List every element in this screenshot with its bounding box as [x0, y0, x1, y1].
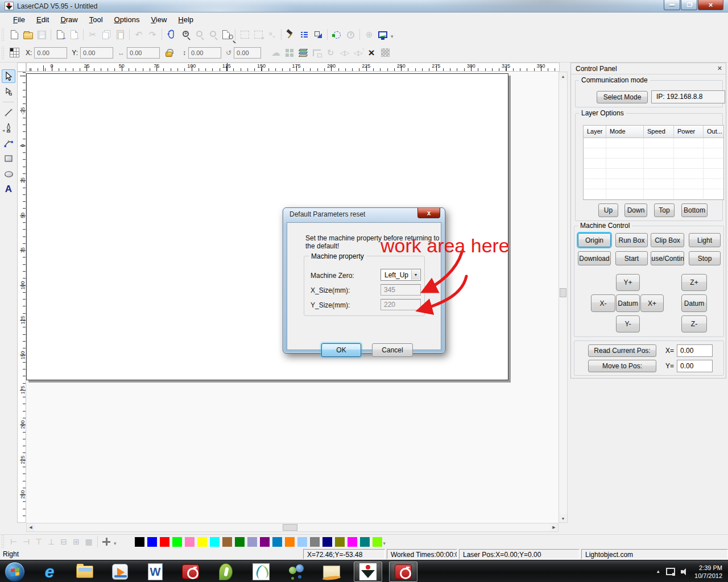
taskbar-messenger-icon[interactable]	[282, 562, 311, 582]
open-file-icon[interactable]	[21, 28, 35, 41]
dither-pattern-icon[interactable]	[378, 46, 392, 60]
start-button[interactable]: Start	[615, 251, 648, 265]
color-swatch[interactable]	[135, 537, 144, 547]
center-vertical-icon[interactable]: ⊞	[70, 536, 82, 547]
color-swatch[interactable]	[285, 537, 295, 547]
rotate-input[interactable]	[234, 47, 261, 59]
jog-z-plus-button[interactable]: Z+	[681, 274, 707, 291]
x-coord-input[interactable]	[34, 47, 67, 59]
taskbar-ie-icon[interactable]: e	[35, 562, 64, 582]
color-swatch[interactable]	[172, 537, 182, 547]
taskbar-camera-active-icon[interactable]	[389, 562, 417, 582]
taskbar-mail-icon[interactable]	[317, 562, 346, 582]
width-input[interactable]	[127, 47, 160, 59]
color-swatch[interactable]	[197, 537, 207, 547]
swap-order-icon[interactable]: ×	[365, 46, 378, 60]
text-tool[interactable]: A	[2, 182, 15, 196]
menu-draw[interactable]: Draw	[55, 14, 82, 26]
datum-z-button[interactable]: Datum	[681, 294, 707, 312]
layer-column-header[interactable]: Out...	[704, 126, 723, 138]
layers-icon[interactable]	[296, 46, 310, 60]
pick-tool-icon[interactable]	[284, 28, 297, 41]
restore-button[interactable]	[681, 0, 697, 10]
combo-dropdown-icon[interactable]: ▼	[411, 270, 420, 280]
jog-y-minus-button[interactable]: Y-	[616, 315, 640, 332]
rotate-time-icon[interactable]	[344, 28, 357, 41]
toolbar-overflow-icon[interactable]: ▾	[391, 34, 394, 39]
height-input[interactable]	[188, 47, 221, 59]
dialog-close-icon[interactable]: x	[417, 208, 440, 218]
speaker-icon[interactable]	[681, 568, 689, 576]
layer-table-row[interactable]	[584, 189, 723, 199]
layer-table-row[interactable]	[584, 179, 723, 189]
menu-help[interactable]: Help	[173, 14, 198, 26]
scroll-right-icon[interactable]: ▶	[550, 523, 558, 531]
ellipse-tool[interactable]	[2, 167, 15, 181]
download-button[interactable]: Download	[578, 251, 611, 265]
free-rotate-icon[interactable]: ↻	[324, 46, 337, 60]
save-file-icon[interactable]	[35, 28, 48, 41]
layer-table-row[interactable]	[584, 148, 723, 159]
color-swatch[interactable]	[160, 537, 169, 547]
minimize-button[interactable]	[664, 0, 680, 10]
rectangle-tool[interactable]	[2, 152, 15, 165]
color-swatch[interactable]	[147, 537, 157, 547]
corner-select-icon[interactable]	[310, 46, 324, 60]
datum-xy-button[interactable]: Datum	[616, 294, 640, 312]
mirror-horizontal-icon[interactable]: ◁▷	[337, 46, 351, 60]
v-scroll-thumb[interactable]	[560, 288, 566, 297]
align-top-icon[interactable]: ⊤	[32, 536, 45, 547]
redo-icon[interactable]: ↷	[146, 28, 159, 41]
jog-x-minus-button[interactable]: X-	[591, 294, 615, 312]
layer-column-header[interactable]: Mode	[606, 126, 644, 138]
menu-tool[interactable]: Tool	[84, 14, 108, 26]
toolbar-grip[interactable]	[2, 28, 5, 41]
layer-column-header[interactable]: Layer	[584, 126, 606, 138]
taskbar-explorer-icon[interactable]	[71, 562, 99, 582]
align-left-icon[interactable]: ⊢	[7, 536, 20, 547]
select-tool[interactable]	[2, 69, 15, 83]
align-grid-icon[interactable]: ▦	[82, 536, 95, 547]
vertical-scrollbar[interactable]: ▲ ▼	[559, 72, 568, 523]
color-swatch[interactable]	[310, 537, 320, 547]
color-swatch[interactable]	[360, 537, 370, 547]
layer-table-row[interactable]	[584, 159, 723, 169]
jog-z-minus-button[interactable]: Z-	[681, 315, 707, 332]
undo-icon[interactable]: ↶	[132, 28, 146, 41]
stop-button[interactable]: Stop	[689, 251, 721, 265]
color-swatch[interactable]	[260, 537, 270, 547]
cut-icon[interactable]: ✂	[86, 28, 100, 41]
center-horizontal-icon[interactable]: ⊟	[57, 536, 70, 547]
color-swatch[interactable]	[335, 537, 345, 547]
select-mode-button[interactable]: Select Mode	[597, 91, 648, 103]
layer-table-row[interactable]	[584, 138, 723, 148]
taskbar-media-player-icon[interactable]	[106, 562, 134, 582]
layer-down-button[interactable]: Down	[624, 203, 647, 217]
ok-button[interactable]: OK	[321, 343, 361, 357]
zoom-in-icon[interactable]: +	[178, 28, 192, 41]
line-tool[interactable]	[2, 106, 15, 119]
pan-hand-icon[interactable]	[164, 28, 178, 41]
h-scroll-thumb[interactable]	[283, 524, 297, 531]
start-button[interactable]	[5, 562, 25, 582]
delete-node-icon[interactable]: ××	[265, 28, 279, 41]
taskbar-word-icon[interactable]: W	[141, 562, 169, 582]
layer-up-button[interactable]: Up	[598, 203, 618, 217]
x-size-input[interactable]	[380, 284, 421, 296]
toolbar-grip2[interactable]	[2, 47, 5, 59]
jog-y-plus-button[interactable]: Y+	[616, 274, 640, 291]
collapse-tools-icon[interactable]: ◂	[2, 128, 5, 133]
add-node-icon[interactable]: ×	[251, 28, 265, 41]
menu-options[interactable]: Options	[109, 14, 145, 26]
mirror-vertical-icon[interactable]: ◁▷↑	[351, 46, 365, 60]
y-size-input[interactable]	[380, 299, 421, 310]
clip-box-button[interactable]: Clip Box	[651, 233, 684, 247]
x-position-input[interactable]	[677, 344, 713, 357]
jog-x-plus-button[interactable]: X+	[640, 294, 664, 312]
zoom-extents-icon[interactable]	[205, 28, 219, 41]
origin-button[interactable]: Origin	[578, 233, 611, 247]
select-nodes-icon[interactable]	[238, 28, 251, 41]
scroll-left-icon[interactable]: ◀	[27, 523, 35, 531]
align-bottom-icon[interactable]: ⊥	[45, 536, 57, 547]
read-current-pos-button[interactable]: Read Current Pos:	[588, 344, 656, 357]
